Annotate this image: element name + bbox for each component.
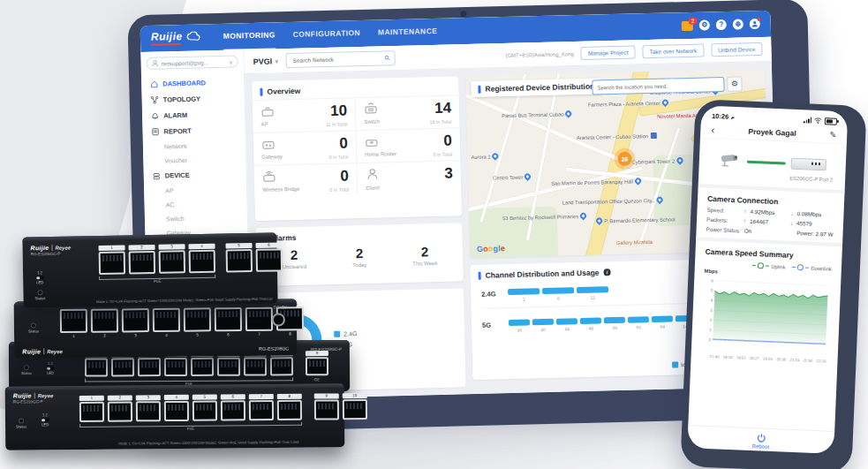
channel-bar xyxy=(604,317,625,324)
topology-icon xyxy=(151,96,159,104)
poi-label: Farmers Plaza - Araneta Center xyxy=(588,100,660,107)
language-icon[interactable]: ⊕ xyxy=(733,19,743,29)
ruijie-reyee-logo: RuijieReyee xyxy=(30,245,71,252)
account-icon[interactable] xyxy=(750,19,760,29)
port-number: 6 xyxy=(215,332,242,337)
scene: Ruijie MONITORING CONFIGURATION MAINTENA… xyxy=(0,0,868,469)
map-poi[interactable]: Aurora 1 xyxy=(471,153,498,160)
notification-icon[interactable]: 2 xyxy=(682,20,693,30)
status-label: Status xyxy=(16,424,26,428)
sidebar-item-topology[interactable]: TOPOLOGY xyxy=(147,90,238,108)
rj45-port xyxy=(159,250,185,274)
camera-speed-chart: 0123456 xyxy=(701,274,831,355)
status-label: Status xyxy=(34,296,45,300)
map-poi[interactable]: 53 Benitez by Rockwell Primaries xyxy=(502,213,586,221)
map-poi[interactable]: Cyberpark Tower 2 xyxy=(631,157,683,164)
ethernet-port: 6 xyxy=(221,394,245,420)
help-icon[interactable]: ? xyxy=(716,19,727,30)
sidebar-item-alarm[interactable]: ALARM xyxy=(147,106,239,124)
network-search[interactable] xyxy=(285,50,395,68)
rj45-port xyxy=(122,308,149,332)
manage-project-button[interactable]: Manage Project xyxy=(581,45,636,59)
search-input[interactable] xyxy=(291,54,381,64)
gateway-icon xyxy=(261,137,275,149)
led-toggle xyxy=(35,276,44,279)
reboot-label: Reboot xyxy=(752,443,770,450)
map-poi[interactable]: Gallery MiraNila xyxy=(616,239,653,246)
map-pin-icon xyxy=(579,211,588,220)
channel-segment[interactable]: 36 xyxy=(509,319,530,333)
avatar-icon xyxy=(152,60,159,67)
packets-label: Packets: xyxy=(706,216,740,224)
channel-segment[interactable]: 44 xyxy=(556,318,577,332)
map-poi[interactable]: Centro Tower xyxy=(493,173,532,180)
channel-segment[interactable]: 1 xyxy=(508,288,540,302)
speed-down-value: 0.08Mbps xyxy=(796,210,834,218)
device-icon xyxy=(153,172,161,180)
map-settings-button[interactable]: ⚙ xyxy=(727,76,742,91)
channel-number: 6 xyxy=(557,296,560,301)
switch-model: RG-ES206GC-P xyxy=(31,252,72,257)
settings-icon[interactable]: ⚙ xyxy=(699,19,710,30)
link-line xyxy=(747,160,786,164)
project-selector[interactable]: PVGI ∨ xyxy=(253,57,279,66)
menu-monitoring[interactable]: MONITORING xyxy=(223,21,275,50)
summary-title: Camera Speed Summary xyxy=(705,247,832,261)
status-label: Status xyxy=(21,371,32,375)
switch-rg-es208gc: Status 12345678 RuijieReyee RG-ES208GC D… xyxy=(14,299,298,358)
port-number: 4 xyxy=(188,244,215,250)
port-number: 2 xyxy=(108,395,132,400)
info-icon[interactable]: i xyxy=(603,269,610,276)
status-led xyxy=(24,365,29,370)
channel-segment[interactable]: 60 xyxy=(628,316,649,330)
ethernet-port: 4 xyxy=(153,308,180,338)
channel-segment[interactable]: 40 xyxy=(532,319,554,333)
ethernet-port: 1 xyxy=(99,245,126,275)
status-indicator: Status xyxy=(16,418,26,428)
map-poi[interactable]: Araneta Center - Cubao Station xyxy=(577,132,658,141)
sidebar-label: ALARM xyxy=(163,111,187,120)
switch-model: RG-ES208GC xyxy=(259,345,289,351)
sidebar-item-network[interactable]: Network xyxy=(148,138,240,154)
phone-device: 10:26 ‹ Proyek Gagal ✎ xyxy=(680,99,866,469)
sidebar-item-device[interactable]: DEVICE xyxy=(149,166,241,184)
unbind-device-button[interactable]: Unbind Device xyxy=(711,42,763,57)
alarm-label: Today xyxy=(327,261,392,269)
sidebar-item-switch[interactable]: Switch xyxy=(150,210,242,226)
reboot-button[interactable]: Reboot xyxy=(687,425,834,454)
channel-segment[interactable]: 6 xyxy=(542,287,574,301)
map-poi[interactable]: San Martin de Porres Barangay Hall xyxy=(551,178,641,185)
rj45-port xyxy=(191,358,214,376)
channel-segment[interactable]: 64 xyxy=(652,315,673,329)
band-label-24g: 2.4G xyxy=(481,290,501,299)
edit-icon[interactable]: ✎ xyxy=(829,131,836,140)
sidebar-label: TOPOLOGY xyxy=(163,95,201,103)
alarm-label: This Week xyxy=(392,260,457,267)
sidebar-item-ac[interactable]: AC xyxy=(149,196,241,212)
account-selector[interactable]: netsupport@pvg... ∨ xyxy=(146,55,238,70)
led-label: LED xyxy=(35,280,44,284)
device-cluster-marker[interactable]: 26 xyxy=(617,152,631,166)
channel-segment[interactable]: 11 xyxy=(577,286,608,300)
channel-segment[interactable]: 56 xyxy=(604,317,625,331)
menu-configuration[interactable]: CONFIGURATION xyxy=(292,19,360,49)
map-poi[interactable]: Partas Bus Terminal Cubao xyxy=(502,110,572,118)
map-poi[interactable]: Land Transportation Office Quezon City.. xyxy=(562,197,663,206)
rj45-port xyxy=(314,399,339,420)
logo-underline xyxy=(151,43,181,46)
port-number: 4 xyxy=(153,333,180,338)
channel-segment[interactable]: 48 xyxy=(580,317,601,331)
stat-wireless-bridge: 0 Wireless Bridge 0 in Total xyxy=(254,163,359,198)
sidebar-item-report[interactable]: REPORT xyxy=(147,122,239,140)
channel-number: 36 xyxy=(517,328,522,333)
menu-maintenance[interactable]: MAINTENANCE xyxy=(378,18,438,48)
rj45-port xyxy=(111,358,134,376)
sidebar-item-ap[interactable]: AP xyxy=(149,182,241,198)
channel-bar xyxy=(532,319,554,326)
rj45-port xyxy=(99,251,125,275)
sidebar-item-voucher[interactable]: Voucher xyxy=(148,152,240,168)
appbar-actions: 2 ⚙ ? ⊕ xyxy=(682,19,760,31)
take-over-network-button[interactable]: Take over Network xyxy=(642,44,704,59)
channel-bar xyxy=(556,318,577,325)
sidebar-item-dashboard[interactable]: DASHBOARD xyxy=(147,74,238,92)
